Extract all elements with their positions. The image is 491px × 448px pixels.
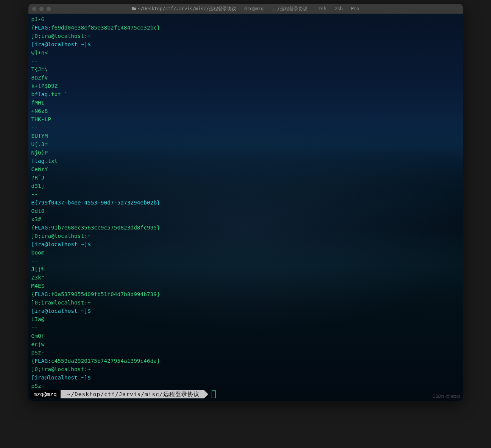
terminal-line: k+lP$D9Z (31, 82, 460, 90)
terminal-line: Z3k" (31, 273, 460, 282)
terminal-text: ]0;ira@localhost:~ (31, 366, 91, 372)
terminal-line: EU!YM (31, 132, 460, 140)
terminal-text: d31j (31, 183, 45, 189)
terminal-line: [ira@localhost ~]$ (31, 240, 460, 248)
terminal-line: ?R`J (31, 173, 460, 182)
terminal-line: flag.txt (31, 157, 460, 165)
prompt-line[interactable]: mzq@mzq ~/Desktop/ctf/Jarvis/misc/远程登录协议 (31, 390, 460, 398)
terminal-text: [ira@localhost ~]$ (31, 375, 91, 381)
terminal-line: {FLAG:91b7e68ec3563cc9c5750823dd8fc995} (31, 223, 460, 232)
terminal-text: { (31, 225, 35, 231)
terminal-text: EU!YM (31, 133, 48, 139)
terminal-text: { (31, 25, 35, 31)
terminal-line: {FLAG:c4559da2920175b7427954a1399c46da} (31, 357, 460, 365)
prompt-path-segment: ~/Desktop/ctf/Jarvis/misc/远程登录协议 (61, 390, 204, 398)
terminal-text: boom (31, 250, 45, 256)
terminal-line: Odt0 (31, 207, 460, 215)
terminal-text: x3# (31, 216, 41, 222)
terminal-line: M4ES (31, 282, 460, 290)
terminal-line: -- (31, 190, 460, 198)
terminal-text: FLAG (34, 225, 48, 231)
terminal-window: ~/Desktop/ctf/Jarvis/misc/远程登录协议 — mzq@m… (28, 4, 463, 401)
terminal-line: THK-LP (31, 115, 460, 123)
terminal-line: w]+n< (31, 48, 460, 57)
terminal-text: +N6z8 (31, 108, 48, 114)
close-icon[interactable] (32, 7, 36, 11)
terminal-line: ]0;ira@localhost:~ (31, 32, 460, 40)
terminal-text: Z3k" (31, 275, 45, 281)
terminal-text: pSz- (31, 383, 45, 389)
terminal-text: .txt ` (48, 91, 67, 97)
terminal-text: [ira@localhost ~]$ (31, 308, 91, 314)
terminal-text: :f0a5379055d09fb51f04d7b8d994b739} (48, 291, 160, 297)
prompt-user: mzq@mzq (34, 391, 57, 397)
terminal-text: -- (31, 258, 38, 264)
terminal-line: [ira@localhost ~]$ (31, 40, 460, 48)
prompt-user-segment: mzq@mzq (31, 390, 61, 398)
window-title-text: ~/Desktop/ctf/Jarvis/misc/远程登录协议 — mzq@m… (138, 6, 359, 12)
terminal-text: fMHI (31, 100, 45, 106)
terminal-text: { (31, 291, 35, 297)
terminal-text: NjG)P (31, 150, 48, 156)
terminal-line: +N6z8 (31, 107, 460, 115)
terminal-text: FLAG (34, 358, 48, 364)
terminal-body[interactable]: pJ-G{FLAG:f69dd04e38ef85e38b2f148475ce32… (28, 14, 463, 401)
folder-icon (132, 6, 136, 11)
terminal-line: x3# (31, 215, 460, 223)
terminal-line: LIa@ (31, 315, 460, 323)
terminal-line: -- (31, 57, 460, 65)
terminal-text: .txt (44, 158, 58, 164)
terminal-text: :c4559da2920175b7427954a1399c46da} (48, 358, 160, 364)
terminal-text: k+lP$D9Z (31, 83, 58, 89)
terminal-line: ]0;ira@localhost:~ (31, 232, 460, 240)
terminal-text: b (31, 91, 35, 97)
maximize-icon[interactable] (47, 7, 51, 11)
terminal-text: Odt0 (31, 208, 45, 214)
terminal-text: ]0;ira@localhost:~ (31, 300, 91, 306)
terminal-line: T{J=\ (31, 65, 460, 73)
terminal-text: ]0;ira@localhost:~ (31, 233, 91, 239)
terminal-text: FLAG (34, 25, 48, 31)
terminal-text: ]0;ira@localhost:~ (31, 33, 91, 39)
terminal-line: -- (31, 123, 460, 132)
terminal-text: -- (31, 58, 38, 64)
terminal-text: T{J=\ (31, 66, 48, 72)
terminal-text: M4ES (31, 283, 45, 289)
terminal-text: [ira@localhost ~]$ (31, 241, 91, 247)
terminal-text: -- (31, 325, 38, 331)
window-title: ~/Desktop/ctf/Jarvis/misc/远程登录协议 — mzq@m… (28, 6, 463, 12)
terminal-line: B{799f0437-b4ee-4553-90d7-5a73294eb02b} (31, 198, 460, 207)
terminal-line: 8DZfV (31, 73, 460, 82)
terminal-text: w]+n< (31, 50, 48, 56)
terminal-text: ?R`J (31, 175, 45, 181)
terminal-line: boom (31, 248, 460, 257)
terminal-text: CeWrY (31, 166, 48, 172)
terminal-text: -- (31, 191, 38, 197)
terminal-text: B{799f0437-b4ee-4553-90d7-5a73294eb02b} (31, 200, 160, 206)
terminal-line: CeWrY (31, 165, 460, 173)
watermark: CSDN @[mzq] (432, 394, 460, 398)
terminal-text: flag (31, 158, 45, 164)
terminal-text: :f69dd04e38ef85e38b2f148475ce32bc} (48, 25, 160, 31)
terminal-line: J[j% (31, 265, 460, 273)
terminal-text: FLAG (34, 291, 48, 297)
terminal-text: J[j% (31, 266, 45, 272)
terminal-text: ecjw (31, 341, 45, 347)
minimize-icon[interactable] (39, 7, 44, 11)
terminal-line: pJ-G (31, 15, 460, 23)
terminal-line: NjG)P (31, 148, 460, 157)
terminal-line: pSz- (31, 348, 460, 357)
terminal-line: bflag.txt ` (31, 90, 460, 98)
terminal-line: U(.3= (31, 140, 460, 148)
terminal-line: {FLAG:f69dd04e38ef85e38b2f148475ce32bc} (31, 23, 460, 32)
terminal-line: {FLAG:f0a5379055d09fb51f04d7b8d994b739} (31, 290, 460, 298)
terminal-line: -- (31, 323, 460, 332)
terminal-text: [ira@localhost ~]$ (31, 41, 91, 47)
terminal-text: GmQ! (31, 333, 45, 339)
terminal-line: ]0;ira@localhost:~ (31, 298, 460, 307)
terminal-line: -- (31, 257, 460, 265)
cursor-icon (212, 390, 216, 398)
terminal-text: :91b7e68ec3563cc9c5750823dd8fc995} (48, 225, 160, 231)
titlebar: ~/Desktop/ctf/Jarvis/misc/远程登录协议 — mzq@m… (28, 4, 463, 14)
terminal-line: ]0;ira@localhost:~ (31, 365, 460, 373)
